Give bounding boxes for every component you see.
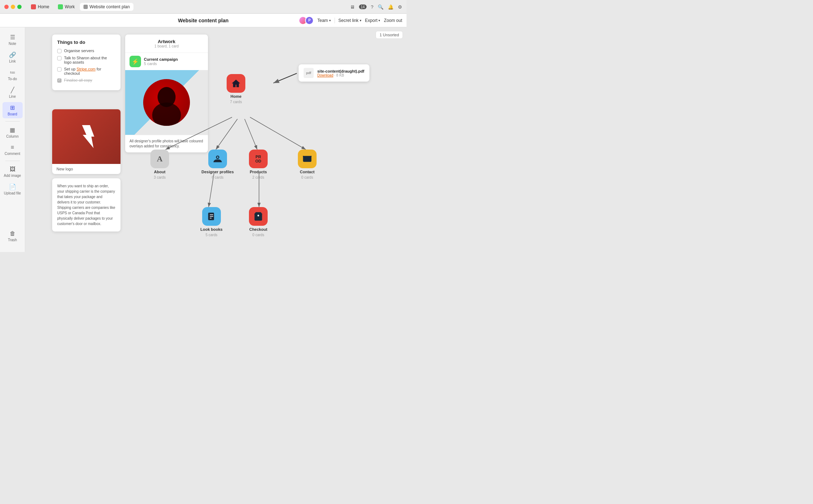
sidebar-item-add-image[interactable]: 🖼 Add image xyxy=(3,164,23,180)
pdf-name: site-content(draught).pdf xyxy=(317,69,364,73)
todo-text-1: Organise servers xyxy=(64,49,94,53)
checkbox-2[interactable] xyxy=(57,56,62,60)
column-icon: ▦ xyxy=(10,127,15,133)
artwork-subtitle: 1 board, 1 card xyxy=(130,44,204,48)
sidebar-column-label: Column xyxy=(6,134,18,138)
text-note-card[interactable]: When you want to ship an order, your shi… xyxy=(52,178,121,232)
todo-item-1: Organise servers xyxy=(57,49,115,53)
link-icon: 🔗 xyxy=(9,51,16,58)
text-note-content: When you want to ship an order, your shi… xyxy=(57,184,115,226)
help-icon[interactable]: ? xyxy=(371,4,373,9)
node-designer-profiles[interactable]: Designer profiles 6 cards xyxy=(201,150,234,179)
campaign-icon: ⚡ xyxy=(130,56,141,67)
lookbooks-node-label: Look books xyxy=(200,227,223,232)
artwork-card[interactable]: Artwork 1 board, 1 card ⚡ Current campai… xyxy=(125,35,208,152)
todo-item-4: Finalise all copy xyxy=(57,78,115,83)
designer-node-icon xyxy=(208,150,227,168)
stripe-link[interactable]: Stripe.com xyxy=(77,67,96,71)
todo-title: Things to do xyxy=(57,40,115,45)
checkout-node-count: 0 cards xyxy=(253,233,264,237)
sidebar-item-link[interactable]: 🔗 Link xyxy=(3,49,23,65)
avatars: P xyxy=(299,16,314,25)
sidebar-divider-1 xyxy=(5,121,20,122)
logo-card[interactable]: New logo xyxy=(52,109,121,174)
node-checkout[interactable]: Checkout 0 cards xyxy=(249,207,268,237)
home-node-icon xyxy=(227,74,245,93)
sidebar-item-column[interactable]: ▦ Column xyxy=(3,124,23,141)
sidebar-trash-label: Trash xyxy=(8,238,17,242)
minimize-button[interactable] xyxy=(11,5,15,9)
pdf-download-link[interactable]: Download xyxy=(317,73,333,77)
checkbox-1[interactable] xyxy=(57,49,62,53)
sidebar-item-todo[interactable]: ≔ To-do xyxy=(3,67,23,83)
bell-icon[interactable]: 🔔 xyxy=(388,4,394,9)
tab-wcp-label: Website content plan xyxy=(90,4,130,9)
lookbooks-node-count: 5 cards xyxy=(205,233,217,237)
checkbox-3[interactable] xyxy=(57,67,62,72)
sidebar-item-trash[interactable]: 🗑 Trash xyxy=(3,228,23,244)
sidebar-item-upload[interactable]: 📄 Upload file xyxy=(3,181,23,197)
zoom-label: Zoom out xyxy=(384,18,402,23)
pdf-card[interactable]: pdf site-content(draught).pdf Download ·… xyxy=(299,64,369,82)
designer-node-label: Designer profiles xyxy=(201,170,234,174)
svg-line-7 xyxy=(245,119,257,150)
logo-svg xyxy=(72,122,101,151)
search-icon[interactable]: 🔍 xyxy=(378,4,383,9)
sidebar-board-label: Board xyxy=(8,112,17,116)
artwork-campaign[interactable]: ⚡ Current campaign 5 cards xyxy=(125,52,208,70)
tab-bar: Home Work Website content plan xyxy=(27,3,133,11)
titlebar: Home Work Website content plan 🖥 14 ? 🔍 … xyxy=(0,0,407,14)
canvas[interactable]: 1 Unsorted Things to do Organise servers… xyxy=(25,27,407,252)
line-icon: ╱ xyxy=(11,87,14,93)
close-button[interactable] xyxy=(4,5,9,9)
todo-card[interactable]: Things to do Organise servers Talk to Sh… xyxy=(52,35,121,90)
upload-icon: 📄 xyxy=(9,183,16,190)
node-contact[interactable]: Contact 0 cards xyxy=(298,150,317,179)
work-tab-icon xyxy=(58,4,63,9)
campaign-name: Current campaign xyxy=(144,57,178,61)
tab-work[interactable]: Work xyxy=(54,3,78,11)
logo-image xyxy=(52,109,121,164)
tab-work-label: Work xyxy=(65,4,75,9)
node-products[interactable]: PROD Products 2 cards xyxy=(249,150,268,179)
node-look-books[interactable]: Look books 5 cards xyxy=(200,207,223,237)
lookbooks-node-icon xyxy=(202,207,221,226)
contact-node-icon xyxy=(298,150,317,168)
artwork-image xyxy=(125,70,208,135)
settings-icon[interactable]: ⚙ xyxy=(398,4,402,9)
checkbox-4[interactable] xyxy=(57,78,62,83)
pdf-icon: pdf xyxy=(304,68,314,78)
about-node-count: 3 cards xyxy=(154,175,166,179)
team-chevron: ▾ xyxy=(329,19,331,22)
team-label: Team xyxy=(317,18,328,23)
sidebar: ☰ Note 🔗 Link ≔ To-do ╱ Line ⊞ Board ▦ C… xyxy=(0,27,25,252)
home-tab-icon xyxy=(31,4,36,9)
monitor-icon[interactable]: 🖥 xyxy=(350,4,355,9)
sidebar-link-label: Link xyxy=(9,59,15,63)
products-node-icon: PROD xyxy=(249,150,268,168)
export-dropdown[interactable]: Export ▾ xyxy=(365,18,381,23)
sidebar-addimage-label: Add image xyxy=(4,174,21,178)
secret-link-dropdown[interactable]: Secret link ▾ xyxy=(339,18,362,23)
toolbar-right: P Team ▾ Secret link ▾ Export ▾ Zoom out xyxy=(299,16,402,25)
node-home[interactable]: Home 7 cards xyxy=(227,74,245,104)
sidebar-note-label: Note xyxy=(9,42,16,46)
artwork-image-inner xyxy=(125,70,208,135)
tab-home[interactable]: Home xyxy=(27,3,53,11)
node-about[interactable]: A About 3 cards xyxy=(150,150,169,179)
toolbar: Website content plan P Team ▾ Secret lin… xyxy=(0,14,407,27)
fullscreen-button[interactable] xyxy=(17,5,22,9)
page-title: Website content plan xyxy=(178,18,229,23)
zoom-button[interactable]: Zoom out xyxy=(384,18,402,23)
tab-website-content-plan[interactable]: Website content plan xyxy=(80,3,133,11)
sidebar-upload-label: Upload file xyxy=(4,191,21,195)
unsorted-badge[interactable]: 1 Unsorted xyxy=(376,31,403,39)
sidebar-item-comment[interactable]: ≡ Comment xyxy=(3,142,23,158)
todo-text-3: Set up Stripe.com for checkout xyxy=(64,67,115,75)
sidebar-item-line[interactable]: ╱ Line xyxy=(3,84,23,101)
team-dropdown[interactable]: Team ▾ xyxy=(317,18,331,23)
pdf-info: site-content(draught).pdf Download · 8 K… xyxy=(317,69,364,77)
sidebar-item-board[interactable]: ⊞ Board xyxy=(3,102,23,118)
sidebar-item-note[interactable]: ☰ Note xyxy=(3,32,23,48)
pdf-size: 8 KB xyxy=(336,73,344,77)
